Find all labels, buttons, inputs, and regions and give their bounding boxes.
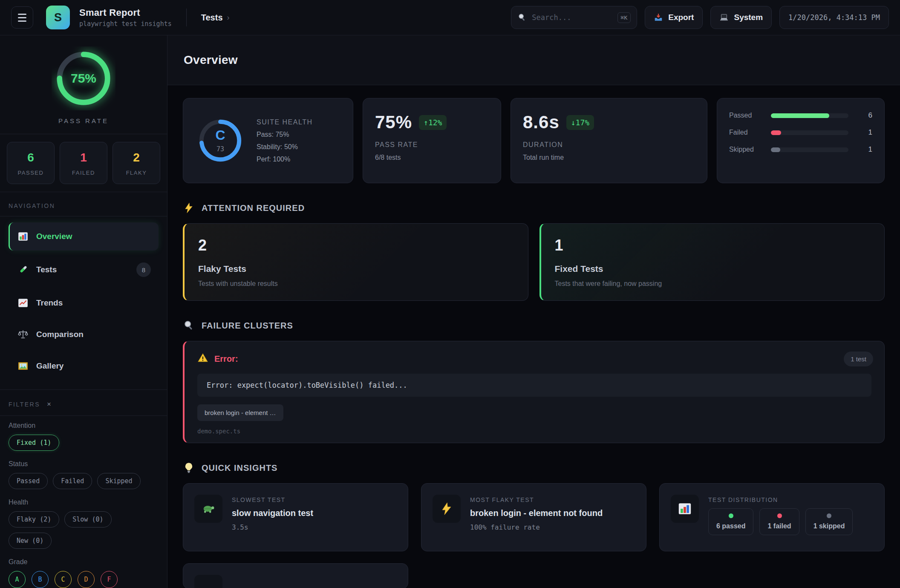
duration-label: DURATION — [523, 141, 695, 149]
grade-filter-a[interactable]: A — [9, 571, 26, 588]
filter-pill[interactable]: Skipped — [97, 473, 140, 489]
suite-health-title: SUITE HEALTH — [257, 118, 313, 126]
attention-card-fixed-tests[interactable]: 1Fixed TestsTests that were failing, now… — [539, 223, 885, 301]
picture-icon — [17, 360, 29, 372]
export-icon — [654, 13, 663, 22]
search-input[interactable] — [532, 13, 612, 22]
menu-button[interactable] — [11, 6, 33, 29]
insight-body: MOST FLAKY TESTbroken login - element no… — [470, 495, 603, 540]
attention-card-flaky-tests[interactable]: 2Flaky TestsTests with unstable results — [183, 223, 528, 301]
stat-card-failed[interactable]: 1FAILED — [60, 142, 107, 184]
navigation-header: NAVIGATION — [9, 202, 159, 209]
distribution-card: Passed6Failed1Skipped1 — [717, 98, 885, 183]
filter-pill[interactable]: Slow (0) — [64, 511, 111, 527]
filters-section: FILTERS × AttentionFixed (1)StatusPassed… — [0, 389, 167, 588]
failing-test-chip[interactable]: broken login - element … — [197, 404, 283, 421]
filter-group-label: Health — [9, 499, 159, 506]
summary-cards-row: C 73 SUITE HEALTH Pass: 75%Stability: 50… — [183, 98, 885, 183]
main-area: Overview C 73 SUITE HEALTH Pass: 75%Stab — [167, 35, 900, 588]
stat-value: 1 — [60, 151, 107, 164]
stat-card-flaky[interactable]: 2FLAKY — [112, 142, 160, 184]
pass-rate-gauge: 75% — [52, 46, 115, 110]
distribution-value: 1 — [855, 128, 872, 137]
filter-pill-row: Flaky (2)Slow (0)New (0) — [9, 511, 159, 549]
filter-group-label: Status — [9, 460, 159, 468]
attention-section-title: ATTENTION REQUIRED — [202, 203, 305, 213]
chip-text: 1 failed — [767, 522, 791, 530]
insight-sub: 3.5s — [232, 523, 313, 531]
search-icon — [517, 13, 527, 22]
grade-filter-f[interactable]: F — [101, 571, 118, 588]
suite-grade: C — [215, 128, 225, 142]
filter-pill[interactable]: Flaky (2) — [9, 511, 59, 527]
grade-filter-c[interactable]: C — [55, 571, 72, 588]
distribution-fill — [771, 147, 780, 152]
chip-text: 6 passed — [716, 522, 745, 530]
distribution-label: Failed — [729, 129, 764, 136]
distribution-chip[interactable]: 1 failed — [759, 508, 799, 535]
filters-header: FILTERS — [9, 401, 40, 408]
insight-card-partial[interactable] — [183, 563, 408, 588]
magnifier-icon — [183, 320, 195, 331]
status-dot — [729, 513, 733, 518]
search-box[interactable]: ⌘K — [511, 6, 637, 29]
attention-count: 1 — [555, 236, 871, 254]
filter-pill[interactable]: New (0) — [9, 533, 52, 549]
stat-value: 6 — [7, 151, 54, 164]
distribution-label: Passed — [729, 112, 764, 119]
distribution-track — [771, 130, 848, 135]
test-tube-icon — [17, 264, 29, 275]
search-shortcut: ⌘K — [617, 12, 631, 23]
bar-chart-icon — [17, 231, 29, 242]
stat-label: FLAKY — [113, 170, 160, 176]
suite-health-line: Perf: 100% — [257, 156, 313, 163]
distribution-track — [771, 147, 848, 152]
sidebar-item-label: Overview — [36, 232, 151, 241]
theme-button[interactable]: System — [710, 6, 772, 29]
insights-section-header: QUICK INSIGHTS — [183, 462, 885, 474]
export-button[interactable]: Export — [645, 6, 703, 29]
insight-label: MOST FLAKY TEST — [470, 496, 603, 503]
duration-card: 8.6s ↓17% DURATION Total run time — [511, 98, 707, 183]
stat-card-passed[interactable]: 6PASSED — [7, 142, 55, 184]
sidebar-item-trends[interactable]: Trends — [9, 289, 159, 317]
sidebar-item-overview[interactable]: Overview — [9, 222, 159, 251]
breadcrumb-item[interactable]: Tests — [201, 13, 223, 23]
insight-icon-box — [194, 575, 222, 588]
error-file: demo.spec.ts — [197, 428, 871, 435]
pass-rate-sub: 6/8 tests — [375, 154, 489, 161]
attention-desc: Tests that were failing, now passing — [555, 280, 871, 288]
sidebar-item-label: Trends — [36, 298, 151, 308]
filter-pill[interactable]: Fixed (1) — [9, 435, 59, 451]
filter-pill[interactable]: Passed — [9, 473, 48, 489]
breadcrumb[interactable]: Tests › — [201, 13, 230, 23]
distribution-chip[interactable]: 6 passed — [708, 508, 753, 535]
pass-rate-gauge-section: 75% PASS RATE — [0, 35, 167, 134]
insight-card-most-flaky-test[interactable]: MOST FLAKY TESTbroken login - element no… — [421, 483, 646, 551]
timestamp: 1/20/2026, 4:34:13 PM — [779, 6, 889, 29]
test-count-badge: 1 test — [844, 352, 873, 366]
clusters-section-title: FAILURE CLUSTERS — [202, 321, 293, 331]
scales-icon — [17, 329, 29, 340]
topbar: S Smart Report playwright test insights … — [0, 0, 900, 35]
pass-rate-gauge-value: 75% — [52, 46, 115, 110]
insight-card-slowest-test[interactable]: SLOWEST TESTslow navigation test3.5s — [183, 483, 408, 551]
grade-filter-d[interactable]: D — [78, 571, 95, 588]
filter-pill[interactable]: Failed — [53, 473, 92, 489]
grade-filter-group: Grade ABCDF — [9, 558, 159, 588]
distribution-label: Skipped — [729, 146, 764, 153]
grade-filter-b[interactable]: B — [32, 571, 49, 588]
sidebar-item-tests[interactable]: Tests8 — [9, 254, 159, 285]
filter-groups: AttentionFixed (1)StatusPassedFailedSkip… — [9, 422, 159, 549]
sidebar-item-gallery[interactable]: Gallery — [9, 352, 159, 380]
insight-card-test-distribution[interactable]: TEST DISTRIBUTION6 passed1 failed1 skipp… — [659, 483, 885, 551]
system-theme-icon — [719, 13, 729, 22]
filter-group-status: StatusPassedFailedSkipped — [9, 460, 159, 489]
distribution-row-skipped: Skipped1 — [729, 145, 872, 154]
sidebar-item-comparison[interactable]: Comparison — [9, 320, 159, 349]
failure-cluster-card[interactable]: Error: 1 test Error: expect(locator).toB… — [183, 341, 885, 443]
trend-chart-icon — [17, 297, 29, 308]
clear-filters-icon[interactable]: × — [47, 400, 52, 409]
suite-health-lines: Pass: 75%Stability: 50%Perf: 100% — [257, 131, 313, 163]
distribution-chip[interactable]: 1 skipped — [805, 508, 853, 535]
